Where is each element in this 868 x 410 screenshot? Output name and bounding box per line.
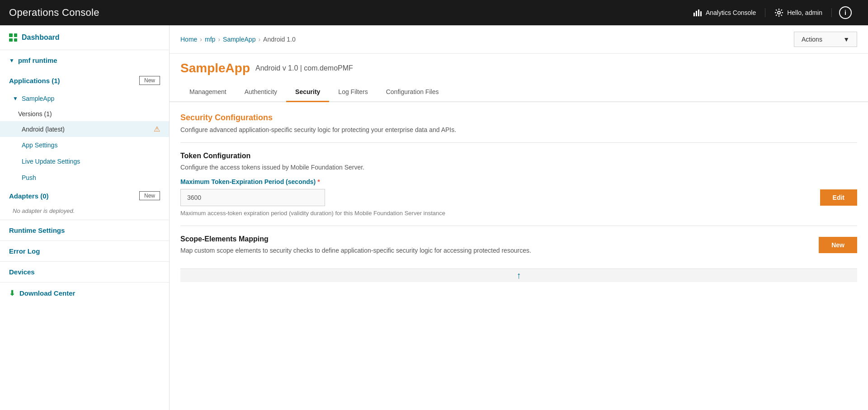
android-label: Android (latest) — [22, 126, 65, 133]
breadcrumb-mfp[interactable]: mfp — [205, 36, 215, 43]
tab-management[interactable]: Management — [180, 83, 236, 102]
app-title: Operations Console — [9, 7, 99, 19]
chevron-down-icon: ▼ — [9, 57, 14, 64]
app-subtitle: Android v 1.0 | com.demoPMF — [255, 64, 353, 72]
sidebar-item-app-settings[interactable]: App Settings — [0, 137, 169, 153]
tab-configuration-files[interactable]: Configuration Files — [377, 83, 448, 102]
new-scope-button[interactable]: New — [819, 237, 857, 253]
security-content: Security Configurations Configure advanc… — [170, 102, 868, 410]
applications-label: Applications (1) — [9, 77, 60, 85]
app-title-row: SampleApp Android v 1.0 | com.demoPMF — [180, 61, 857, 75]
scope-mapping-row: Scope-Elements Mapping Map custom scope … — [180, 235, 857, 261]
download-icon: ⬇ — [9, 289, 15, 297]
app-header: SampleApp Android v 1.0 | com.demoPMF — [170, 54, 868, 83]
app-settings-label: App Settings — [22, 141, 57, 149]
actions-label: Actions — [802, 36, 822, 43]
new-adapter-button[interactable]: New — [139, 191, 160, 200]
token-expiry-row: Edit — [180, 189, 857, 206]
adapters-label: Adapters (0) — [9, 192, 49, 200]
versions-label: Versions (1) — [18, 110, 52, 118]
gear-icon — [774, 8, 783, 17]
sidebar-applications-row: Applications (1) New — [0, 71, 169, 90]
content-area: Home › mfp › SampleApp › Android 1.0 Act… — [170, 25, 868, 410]
breadcrumb-android: Android 1.0 — [263, 36, 296, 43]
no-adapter-message: No adapter is deployed. — [0, 206, 169, 220]
push-label: Push — [22, 174, 36, 181]
info-circle-icon: i — [839, 6, 852, 19]
sidebar-item-error-log[interactable]: Error Log — [0, 241, 169, 262]
tab-security[interactable]: Security — [286, 83, 329, 102]
divider2 — [180, 226, 857, 226]
svg-rect-1 — [696, 11, 697, 16]
sidebar-item-sampleapp[interactable]: ▼ SampleApp — [0, 90, 169, 107]
analytics-label: Analytics Console — [706, 9, 756, 16]
sidebar-item-download-center[interactable]: ⬇ Download Center — [0, 283, 169, 304]
token-config-desc: Configure the access tokens issued by Mo… — [180, 164, 857, 171]
svg-point-4 — [778, 11, 780, 14]
svg-rect-0 — [693, 13, 695, 16]
scope-mapping-title: Scope-Elements Mapping — [180, 235, 819, 243]
dashboard-label: Dashboard — [22, 33, 60, 42]
tabs-bar: Management Authenticity Security Log Fil… — [170, 83, 868, 102]
token-expiry-hint: Maximum access-token expiration period (… — [180, 210, 857, 217]
scope-content: Scope-Elements Mapping Map custom scope … — [180, 235, 819, 261]
security-config-desc: Configure advanced application-specific … — [180, 126, 857, 133]
breadcrumb-sep3: › — [258, 36, 260, 43]
analytics-console-button[interactable]: Analytics Console — [684, 8, 765, 17]
sidebar-item-dashboard[interactable]: Dashboard — [0, 25, 169, 50]
security-config-title: Security Configurations — [180, 113, 857, 123]
dashboard-grid-icon — [9, 33, 17, 42]
breadcrumb: Home › mfp › SampleApp › Android 1.0 — [180, 36, 296, 43]
sidebar-item-versions[interactable]: Versions (1) — [0, 107, 169, 121]
breadcrumb-sampleapp[interactable]: SampleApp — [223, 36, 255, 43]
sidebar-item-push[interactable]: Push — [0, 170, 169, 186]
sampleapp-label: SampleApp — [22, 95, 54, 102]
top-nav-right: Analytics Console Hello, admin i — [684, 6, 859, 19]
new-application-button[interactable]: New — [139, 76, 160, 85]
runtime-label: pmf runtime — [18, 57, 57, 64]
breadcrumb-home[interactable]: Home — [180, 36, 197, 43]
download-center-label: Download Center — [19, 289, 75, 297]
sidebar-item-android[interactable]: Android (latest) ⚠ — [0, 121, 169, 137]
divider1 — [180, 142, 857, 143]
scope-mapping-desc: Map custom scope elements to security ch… — [180, 247, 819, 254]
token-expiry-input[interactable] — [180, 189, 325, 206]
sidebar-item-runtime[interactable]: ▼ pmf runtime — [0, 50, 169, 71]
admin-label: Hello, admin — [787, 9, 822, 16]
main-layout: Dashboard ▼ pmf runtime Applications (1)… — [0, 25, 868, 410]
sidebar-item-devices[interactable]: Devices — [0, 262, 169, 283]
top-navigation: Operations Console Analytics Console Hel… — [0, 0, 868, 25]
scroll-up-icon: ↑ — [517, 270, 521, 281]
warning-triangle-icon: ⚠ — [154, 125, 160, 133]
actions-chevron-icon: ▼ — [843, 36, 849, 43]
sidebar-item-runtime-settings[interactable]: Runtime Settings — [0, 220, 169, 241]
tab-log-filters[interactable]: Log Filters — [329, 83, 377, 102]
tab-authenticity[interactable]: Authenticity — [236, 83, 286, 102]
breadcrumb-bar: Home › mfp › SampleApp › Android 1.0 Act… — [170, 25, 868, 54]
actions-dropdown-button[interactable]: Actions ▼ — [794, 32, 857, 47]
svg-rect-2 — [698, 9, 699, 16]
token-expiry-label: Maximum Token-Expiration Period (seconds… — [180, 178, 857, 185]
token-config-title: Token Configuration — [180, 152, 857, 160]
analytics-icon — [693, 8, 702, 17]
admin-menu-button[interactable]: Hello, admin — [765, 8, 832, 17]
breadcrumb-sep1: › — [200, 36, 202, 43]
sidebar-item-live-update[interactable]: Live Update Settings — [0, 153, 169, 170]
app-name: SampleApp — [180, 61, 250, 75]
info-button[interactable]: i — [832, 6, 859, 19]
sidebar-runtime-section: ▼ pmf runtime Applications (1) New ▼ Sam… — [0, 50, 169, 220]
live-update-label: Live Update Settings — [22, 158, 80, 165]
edit-token-button[interactable]: Edit — [820, 189, 857, 206]
sidebar: Dashboard ▼ pmf runtime Applications (1)… — [0, 25, 170, 410]
breadcrumb-sep2: › — [218, 36, 220, 43]
chevron-down-icon: ▼ — [13, 95, 18, 102]
scope-map-area: ↑ — [180, 269, 857, 282]
required-star: * — [317, 178, 320, 185]
sidebar-adapters-row: Adapters (0) New — [0, 186, 169, 206]
svg-rect-3 — [700, 11, 702, 16]
